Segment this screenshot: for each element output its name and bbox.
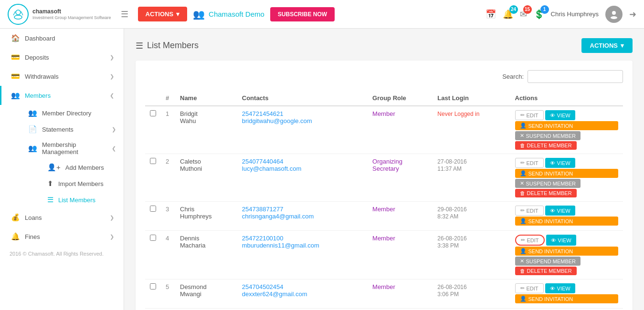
edit-button[interactable]: ✏ EDIT — [515, 206, 544, 216]
sidebar-item-label: Dashboard — [25, 35, 114, 42]
search-input[interactable] — [528, 70, 623, 83]
row-name: DesmondMwangi — [175, 279, 237, 309]
view-button[interactable]: 👁 VIEW — [545, 283, 575, 293]
group-area: 👥 Chamasoft Demo — [193, 9, 264, 20]
row-number: 5 — [161, 279, 175, 309]
suspend-icon: ✕ — [520, 258, 524, 264]
send-invitation-button[interactable]: 👤 SEND INVITATION — [515, 247, 619, 256]
edit-button[interactable]: ✏ EDIT — [515, 110, 544, 120]
row-lastlogin: 29-08-2016 8:32 AM — [433, 202, 510, 231]
row-lastlogin: 27-08-2016 11:37 AM — [433, 154, 510, 202]
hamburger-icon[interactable]: ☰ — [121, 9, 128, 20]
content-actions-button[interactable]: ACTIONS ▾ — [581, 38, 633, 53]
calendar-icon-wrap[interactable]: 📅 — [486, 9, 496, 20]
members-submenu: 👥 Member Directory 📄 Statements ❯ 👥 Memb… — [0, 105, 124, 208]
row-checkbox[interactable] — [150, 283, 156, 289]
sidebar-item-membership-management[interactable]: 👥 Membership Management ❮ — [19, 137, 124, 159]
svg-line-2 — [13, 11, 15, 15]
add-member-icon: 👤+ — [47, 163, 61, 172]
row-lastlogin: Never Logged in — [433, 106, 510, 154]
sidebar-item-statements[interactable]: 📄 Statements ❯ — [19, 121, 124, 137]
deposits-icon: 💳 — [11, 53, 20, 62]
sidebar-item-withdrawals[interactable]: 💳 Withdrawals ❯ — [0, 67, 124, 86]
view-button[interactable]: 👁 VIEW — [546, 235, 576, 246]
sidebar-item-member-directory[interactable]: 👥 Member Directory — [19, 105, 124, 121]
messages-wrap[interactable]: ✉ 15 — [520, 9, 527, 20]
row-actions: ✏ EDIT 👁 VIEW 👤 SEND INVITATION ✕ SUSPEN… — [510, 154, 623, 202]
svg-point-4 — [612, 11, 616, 15]
group-name: Chamasoft Demo — [209, 10, 264, 18]
row-name: ChrisHumphreys — [175, 202, 237, 231]
members-table: # Name Contacts Group Role Last Login Ac… — [145, 91, 623, 309]
user-name: Chris Humphreys — [551, 10, 599, 18]
membership-icon: 👥 — [28, 144, 37, 153]
page-header: ☰ List Members ACTIONS ▾ — [136, 38, 633, 53]
group-icon: 👥 — [193, 9, 205, 20]
table-row: 1 BridgitWahu 254721454621 bridgitwahu@g… — [145, 106, 623, 154]
sidebar-item-fines[interactable]: 🔔 Fines ❯ — [0, 227, 124, 246]
sidebar-item-label: Deposits — [25, 54, 105, 61]
suspend-member-button[interactable]: ✕ SUSPEND MEMBER — [515, 179, 581, 188]
col-lastlogin: Last Login — [433, 91, 510, 106]
row-name: DennisMacharia — [175, 231, 237, 279]
row-contacts: 254721454621 bridgitwahu@google.com — [237, 106, 368, 154]
table-row: 4 DennisMacharia 254722100100 mburudenni… — [145, 231, 623, 279]
notifications-badge: 24 — [509, 5, 518, 14]
edit-button[interactable]: ✏ EDIT — [515, 235, 545, 246]
view-button[interactable]: 👁 VIEW — [545, 206, 575, 216]
send-invitation-button[interactable]: 👤 SEND INVITATION — [515, 169, 619, 178]
delete-member-button[interactable]: 🗑 DELETE MEMBER — [515, 189, 577, 197]
sidebar-item-loans[interactable]: 💰 Loans ❯ — [0, 208, 124, 227]
edit-button[interactable]: ✏ EDIT — [515, 158, 544, 168]
send-invitation-button[interactable]: 👤 SEND INVITATION — [515, 294, 619, 303]
eye-icon: 👁 — [550, 113, 555, 118]
actions-label: ACTIONS — [146, 10, 174, 18]
table-card: Search: # Name Contacts Group Role Last … — [136, 61, 633, 310]
alerts-wrap[interactable]: 💲 1 — [534, 9, 544, 20]
fines-icon: 🔔 — [11, 232, 20, 241]
person-icon: 👤 — [520, 123, 527, 129]
row-checkbox[interactable] — [150, 206, 156, 212]
table-row: 5 DesmondMwangi 254704502454 dexxter624@… — [145, 279, 623, 309]
main-layout: 🏠 Dashboard 💳 Deposits ❯ 💳 Withdrawals ❯… — [0, 29, 644, 310]
subscribe-button[interactable]: SUBSCRIBE NOW — [270, 7, 335, 21]
sidebar-item-import-members[interactable]: ⬆ Import Members — [19, 176, 124, 192]
view-button[interactable]: 👁 VIEW — [545, 110, 575, 120]
logo-subtitle: Investment Group Management Software — [32, 15, 111, 20]
actions-button[interactable]: ACTIONS ▾ — [138, 7, 188, 21]
logout-icon[interactable]: ➜ — [629, 9, 636, 20]
row-role: Member — [368, 279, 433, 309]
sidebar-item-list-members[interactable]: ☰ List Members — [19, 192, 124, 208]
row-checkbox[interactable] — [150, 110, 156, 116]
edit-button[interactable]: ✏ EDIT — [515, 283, 544, 293]
send-invitation-button[interactable]: 👤 SEND INVITATION — [515, 217, 619, 226]
send-invitation-button[interactable]: 👤 SEND INVITATION — [515, 121, 619, 130]
contact-phone: 254738871277 — [242, 206, 363, 213]
view-button[interactable]: 👁 VIEW — [545, 158, 575, 168]
row-contacts: 254077440464 lucy@chamasoft.com — [237, 154, 368, 202]
sidebar-item-label: Loans — [25, 214, 105, 221]
row-role: Member — [368, 231, 433, 279]
chevron-icon: ❯ — [110, 54, 114, 61]
col-checkbox — [145, 91, 161, 106]
sidebar-item-members[interactable]: 👥 Members ❮ — [0, 86, 124, 105]
sidebar-item-add-members[interactable]: 👤+ Add Members — [19, 159, 124, 176]
row-checkbox[interactable] — [150, 158, 156, 164]
sidebar-item-deposits[interactable]: 💳 Deposits ❯ — [0, 48, 124, 67]
notifications-wrap[interactable]: 🔔 24 — [503, 9, 513, 20]
members-icon: 👥 — [11, 91, 20, 100]
svg-line-3 — [21, 11, 23, 15]
row-role: OrganizingSecretary — [368, 154, 433, 202]
svg-point-5 — [611, 16, 617, 19]
delete-member-button[interactable]: 🗑 DELETE MEMBER — [515, 141, 577, 150]
delete-member-button[interactable]: 🗑 DELETE MEMBER — [515, 267, 577, 275]
row-checkbox[interactable] — [150, 235, 156, 241]
suspend-member-button[interactable]: ✕ SUSPEND MEMBER — [515, 131, 581, 140]
person-icon: 👤 — [520, 218, 527, 224]
suspend-member-button[interactable]: ✕ SUSPEND MEMBER — [515, 257, 581, 266]
eye-icon: 👁 — [550, 208, 555, 214]
sidebar-item-label: List Members — [58, 196, 116, 204]
chevron-down-icon: ▾ — [621, 42, 624, 49]
sidebar-item-dashboard[interactable]: 🏠 Dashboard — [0, 29, 124, 48]
edit-icon: ✏ — [520, 112, 525, 118]
